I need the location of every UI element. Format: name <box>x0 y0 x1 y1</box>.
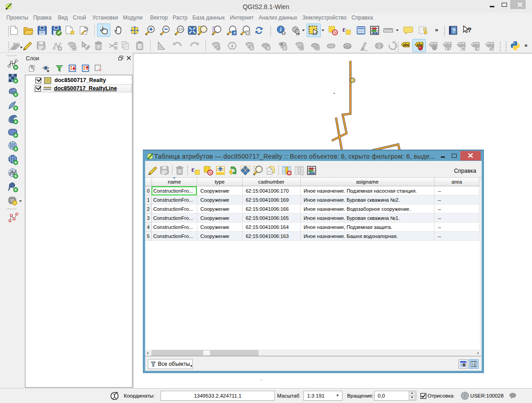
svg-text:abc: abc <box>444 43 451 47</box>
svg-text:?: ? <box>452 27 456 34</box>
svg-text:1:1: 1:1 <box>178 28 183 31</box>
svg-text:abc: abc <box>403 43 410 47</box>
svg-text:abc: abc <box>473 43 479 47</box>
svg-text:?: ? <box>467 26 471 34</box>
svg-text:abc: abc <box>459 43 465 47</box>
svg-text:ε: ε <box>191 165 195 173</box>
svg-text:abc: abc <box>487 43 494 47</box>
svg-text:ε: ε <box>342 25 346 33</box>
